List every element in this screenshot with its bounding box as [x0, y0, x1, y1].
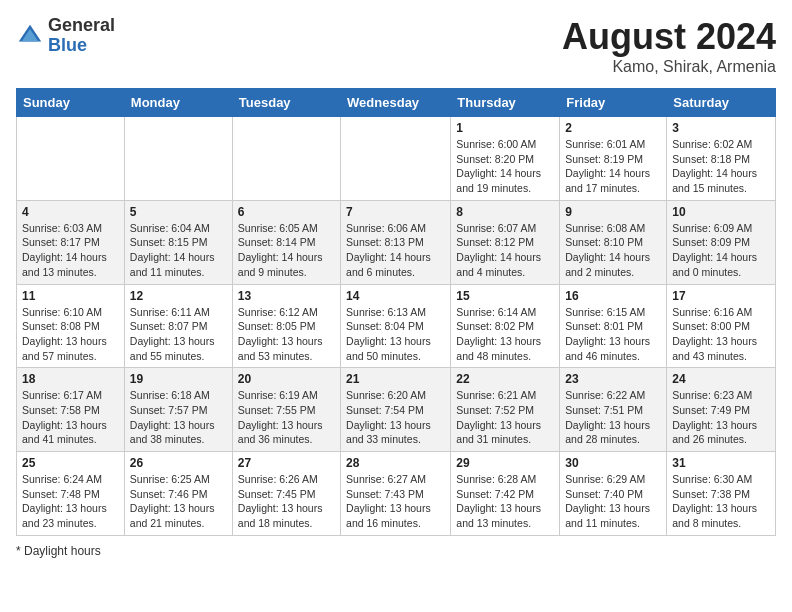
calendar-cell: 23Sunrise: 6:22 AMSunset: 7:51 PMDayligh…: [560, 368, 667, 452]
day-info: Sunrise: 6:09 AMSunset: 8:09 PMDaylight:…: [672, 221, 770, 280]
day-number: 8: [456, 205, 554, 219]
calendar-cell: 12Sunrise: 6:11 AMSunset: 8:07 PMDayligh…: [124, 284, 232, 368]
calendar-cell: 15Sunrise: 6:14 AMSunset: 8:02 PMDayligh…: [451, 284, 560, 368]
day-number: 19: [130, 372, 227, 386]
title-block: August 2024 Kamo, Shirak, Armenia: [562, 16, 776, 76]
day-number: 30: [565, 456, 661, 470]
day-number: 9: [565, 205, 661, 219]
day-info: Sunrise: 6:05 AMSunset: 8:14 PMDaylight:…: [238, 221, 335, 280]
calendar-cell: 22Sunrise: 6:21 AMSunset: 7:52 PMDayligh…: [451, 368, 560, 452]
calendar-cell: 17Sunrise: 6:16 AMSunset: 8:00 PMDayligh…: [667, 284, 776, 368]
calendar-cell: 14Sunrise: 6:13 AMSunset: 8:04 PMDayligh…: [341, 284, 451, 368]
day-number: 27: [238, 456, 335, 470]
calendar-table: SundayMondayTuesdayWednesdayThursdayFrid…: [16, 88, 776, 536]
day-number: 5: [130, 205, 227, 219]
col-header-friday: Friday: [560, 89, 667, 117]
day-info: Sunrise: 6:26 AMSunset: 7:45 PMDaylight:…: [238, 472, 335, 531]
day-number: 10: [672, 205, 770, 219]
day-number: 11: [22, 289, 119, 303]
day-info: Sunrise: 6:13 AMSunset: 8:04 PMDaylight:…: [346, 305, 445, 364]
col-header-thursday: Thursday: [451, 89, 560, 117]
calendar-cell: 18Sunrise: 6:17 AMSunset: 7:58 PMDayligh…: [17, 368, 125, 452]
page-header: General Blue August 2024 Kamo, Shirak, A…: [16, 16, 776, 76]
day-number: 6: [238, 205, 335, 219]
calendar-cell: [17, 117, 125, 201]
day-info: Sunrise: 6:27 AMSunset: 7:43 PMDaylight:…: [346, 472, 445, 531]
day-info: Sunrise: 6:30 AMSunset: 7:38 PMDaylight:…: [672, 472, 770, 531]
day-number: 1: [456, 121, 554, 135]
calendar-cell: 10Sunrise: 6:09 AMSunset: 8:09 PMDayligh…: [667, 200, 776, 284]
logo-text: General Blue: [48, 16, 115, 56]
daylight-hours-label: Daylight hours: [24, 544, 101, 558]
day-info: Sunrise: 6:07 AMSunset: 8:12 PMDaylight:…: [456, 221, 554, 280]
calendar-cell: 13Sunrise: 6:12 AMSunset: 8:05 PMDayligh…: [232, 284, 340, 368]
day-number: 29: [456, 456, 554, 470]
calendar-cell: 29Sunrise: 6:28 AMSunset: 7:42 PMDayligh…: [451, 452, 560, 536]
day-info: Sunrise: 6:17 AMSunset: 7:58 PMDaylight:…: [22, 388, 119, 447]
calendar-cell: 27Sunrise: 6:26 AMSunset: 7:45 PMDayligh…: [232, 452, 340, 536]
calendar-cell: 31Sunrise: 6:30 AMSunset: 7:38 PMDayligh…: [667, 452, 776, 536]
calendar-header-row: SundayMondayTuesdayWednesdayThursdayFrid…: [17, 89, 776, 117]
logo: General Blue: [16, 16, 115, 56]
day-number: 22: [456, 372, 554, 386]
logo-icon: [16, 22, 44, 50]
day-info: Sunrise: 6:16 AMSunset: 8:00 PMDaylight:…: [672, 305, 770, 364]
day-number: 4: [22, 205, 119, 219]
day-number: 16: [565, 289, 661, 303]
day-info: Sunrise: 6:23 AMSunset: 7:49 PMDaylight:…: [672, 388, 770, 447]
calendar-cell: 24Sunrise: 6:23 AMSunset: 7:49 PMDayligh…: [667, 368, 776, 452]
day-number: 13: [238, 289, 335, 303]
col-header-sunday: Sunday: [17, 89, 125, 117]
calendar-cell: 19Sunrise: 6:18 AMSunset: 7:57 PMDayligh…: [124, 368, 232, 452]
calendar-week-row: 11Sunrise: 6:10 AMSunset: 8:08 PMDayligh…: [17, 284, 776, 368]
day-info: Sunrise: 6:03 AMSunset: 8:17 PMDaylight:…: [22, 221, 119, 280]
day-info: Sunrise: 6:25 AMSunset: 7:46 PMDaylight:…: [130, 472, 227, 531]
calendar-cell: 1Sunrise: 6:00 AMSunset: 8:20 PMDaylight…: [451, 117, 560, 201]
calendar-cell: 2Sunrise: 6:01 AMSunset: 8:19 PMDaylight…: [560, 117, 667, 201]
day-info: Sunrise: 6:06 AMSunset: 8:13 PMDaylight:…: [346, 221, 445, 280]
day-number: 20: [238, 372, 335, 386]
day-number: 14: [346, 289, 445, 303]
day-info: Sunrise: 6:04 AMSunset: 8:15 PMDaylight:…: [130, 221, 227, 280]
day-info: Sunrise: 6:14 AMSunset: 8:02 PMDaylight:…: [456, 305, 554, 364]
calendar-cell: [124, 117, 232, 201]
day-info: Sunrise: 6:20 AMSunset: 7:54 PMDaylight:…: [346, 388, 445, 447]
day-number: 12: [130, 289, 227, 303]
footer-note: * Daylight hours: [16, 544, 776, 558]
calendar-cell: 30Sunrise: 6:29 AMSunset: 7:40 PMDayligh…: [560, 452, 667, 536]
col-header-saturday: Saturday: [667, 89, 776, 117]
day-info: Sunrise: 6:08 AMSunset: 8:10 PMDaylight:…: [565, 221, 661, 280]
day-info: Sunrise: 6:29 AMSunset: 7:40 PMDaylight:…: [565, 472, 661, 531]
col-header-tuesday: Tuesday: [232, 89, 340, 117]
calendar-cell: 26Sunrise: 6:25 AMSunset: 7:46 PMDayligh…: [124, 452, 232, 536]
day-info: Sunrise: 6:12 AMSunset: 8:05 PMDaylight:…: [238, 305, 335, 364]
calendar-cell: 4Sunrise: 6:03 AMSunset: 8:17 PMDaylight…: [17, 200, 125, 284]
day-info: Sunrise: 6:15 AMSunset: 8:01 PMDaylight:…: [565, 305, 661, 364]
day-number: 3: [672, 121, 770, 135]
day-info: Sunrise: 6:02 AMSunset: 8:18 PMDaylight:…: [672, 137, 770, 196]
logo-general: General: [48, 15, 115, 35]
day-info: Sunrise: 6:18 AMSunset: 7:57 PMDaylight:…: [130, 388, 227, 447]
calendar-cell: 7Sunrise: 6:06 AMSunset: 8:13 PMDaylight…: [341, 200, 451, 284]
day-number: 15: [456, 289, 554, 303]
day-number: 2: [565, 121, 661, 135]
day-info: Sunrise: 6:00 AMSunset: 8:20 PMDaylight:…: [456, 137, 554, 196]
day-info: Sunrise: 6:21 AMSunset: 7:52 PMDaylight:…: [456, 388, 554, 447]
day-number: 31: [672, 456, 770, 470]
calendar-week-row: 4Sunrise: 6:03 AMSunset: 8:17 PMDaylight…: [17, 200, 776, 284]
day-number: 23: [565, 372, 661, 386]
calendar-title: August 2024: [562, 16, 776, 58]
day-info: Sunrise: 6:01 AMSunset: 8:19 PMDaylight:…: [565, 137, 661, 196]
logo-blue: Blue: [48, 35, 87, 55]
calendar-cell: 9Sunrise: 6:08 AMSunset: 8:10 PMDaylight…: [560, 200, 667, 284]
calendar-cell: 25Sunrise: 6:24 AMSunset: 7:48 PMDayligh…: [17, 452, 125, 536]
col-header-wednesday: Wednesday: [341, 89, 451, 117]
col-header-monday: Monday: [124, 89, 232, 117]
day-number: 25: [22, 456, 119, 470]
day-number: 18: [22, 372, 119, 386]
day-number: 26: [130, 456, 227, 470]
calendar-cell: [341, 117, 451, 201]
day-info: Sunrise: 6:10 AMSunset: 8:08 PMDaylight:…: [22, 305, 119, 364]
day-number: 7: [346, 205, 445, 219]
calendar-cell: 20Sunrise: 6:19 AMSunset: 7:55 PMDayligh…: [232, 368, 340, 452]
